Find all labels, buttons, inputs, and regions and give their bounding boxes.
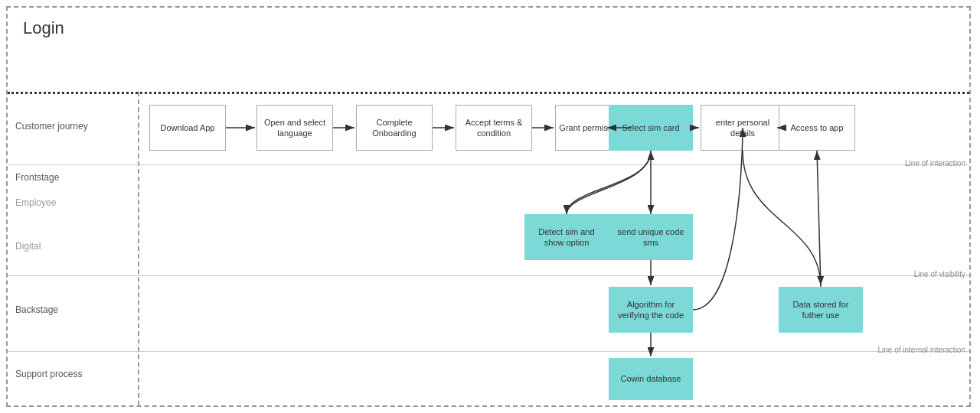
- box-open-select: Open and select language: [256, 105, 333, 151]
- section-backstage: Backstage: [15, 304, 58, 315]
- svg-line-10: [817, 151, 821, 287]
- box-send-code: send unique code sms: [609, 214, 693, 260]
- main-diagram-container: Login Customer journey Frontstage Employ…: [6, 6, 971, 407]
- vertical-separator: [138, 92, 139, 405]
- line-interaction-label: Line of interaction: [905, 159, 965, 167]
- line-visibility-label: Line of visibility: [914, 270, 965, 278]
- box-enter-personal: enter personal details: [701, 105, 785, 151]
- arrows-layer: [8, 8, 969, 405]
- dotted-separator: [8, 92, 969, 94]
- diagram-title: Login: [23, 18, 64, 38]
- box-algorithm: Algorithm for verifying the code: [609, 287, 693, 333]
- h-line-1: [8, 164, 969, 165]
- section-frontstage: Frontstage: [15, 172, 59, 183]
- box-complete-onboarding: Complete Onboarding: [356, 105, 433, 151]
- h-line-2: [8, 275, 969, 276]
- box-data-stored: Data stored for futher use: [779, 287, 863, 333]
- h-line-3: [8, 351, 969, 352]
- box-accept-terms: Accept terms & condition: [456, 105, 532, 151]
- line-internal-label: Line of internal interaction: [877, 346, 965, 354]
- box-download-app: Download App: [149, 105, 226, 151]
- box-select-sim: Select sim card: [609, 105, 693, 151]
- section-digital: Digital: [15, 241, 41, 252]
- section-employee: Employee: [15, 197, 56, 208]
- box-access-app: Access to app: [779, 105, 855, 151]
- section-customer-journey: Customer journey: [15, 121, 134, 132]
- box-cowin: Cowin database: [609, 358, 693, 400]
- section-support: Support process: [15, 369, 82, 379]
- box-detect-sim: Detect sim and show option: [524, 214, 609, 260]
